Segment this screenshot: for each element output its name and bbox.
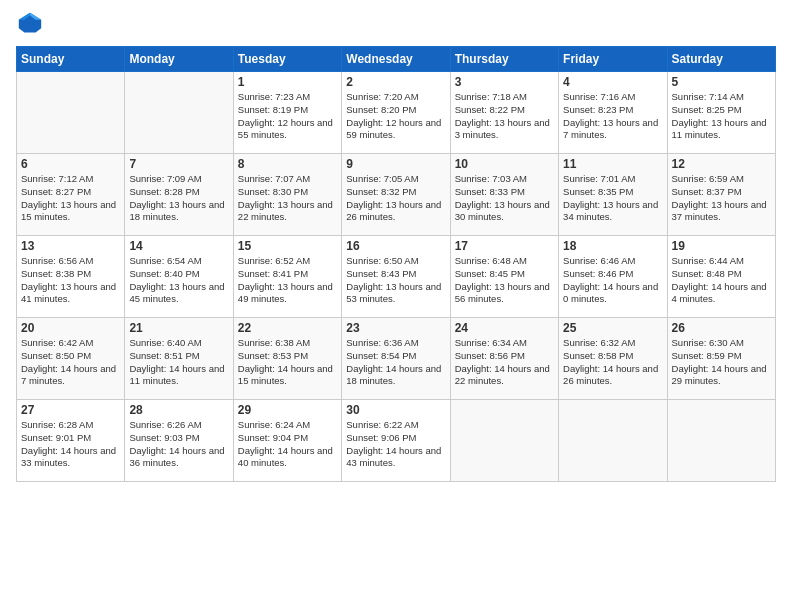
calendar-cell: 5Sunrise: 7:14 AMSunset: 8:25 PMDaylight… <box>667 72 775 154</box>
calendar-cell: 11Sunrise: 7:01 AMSunset: 8:35 PMDayligh… <box>559 154 667 236</box>
day-info: Sunrise: 7:16 AMSunset: 8:23 PMDaylight:… <box>563 91 662 142</box>
day-number: 15 <box>238 239 337 253</box>
day-number: 19 <box>672 239 771 253</box>
day-info: Sunrise: 6:52 AMSunset: 8:41 PMDaylight:… <box>238 255 337 306</box>
day-info: Sunrise: 6:34 AMSunset: 8:56 PMDaylight:… <box>455 337 554 388</box>
calendar-week-row: 20Sunrise: 6:42 AMSunset: 8:50 PMDayligh… <box>17 318 776 400</box>
day-number: 25 <box>563 321 662 335</box>
weekday-header-sunday: Sunday <box>17 47 125 72</box>
logo-icon <box>16 10 44 38</box>
day-number: 4 <box>563 75 662 89</box>
calendar-cell: 13Sunrise: 6:56 AMSunset: 8:38 PMDayligh… <box>17 236 125 318</box>
day-number: 11 <box>563 157 662 171</box>
day-info: Sunrise: 7:23 AMSunset: 8:19 PMDaylight:… <box>238 91 337 142</box>
day-info: Sunrise: 6:44 AMSunset: 8:48 PMDaylight:… <box>672 255 771 306</box>
calendar-cell: 17Sunrise: 6:48 AMSunset: 8:45 PMDayligh… <box>450 236 558 318</box>
calendar-week-row: 13Sunrise: 6:56 AMSunset: 8:38 PMDayligh… <box>17 236 776 318</box>
day-number: 6 <box>21 157 120 171</box>
weekday-header-friday: Friday <box>559 47 667 72</box>
day-number: 16 <box>346 239 445 253</box>
day-number: 21 <box>129 321 228 335</box>
day-info: Sunrise: 7:14 AMSunset: 8:25 PMDaylight:… <box>672 91 771 142</box>
calendar-cell: 6Sunrise: 7:12 AMSunset: 8:27 PMDaylight… <box>17 154 125 236</box>
day-info: Sunrise: 7:01 AMSunset: 8:35 PMDaylight:… <box>563 173 662 224</box>
day-number: 30 <box>346 403 445 417</box>
day-info: Sunrise: 6:38 AMSunset: 8:53 PMDaylight:… <box>238 337 337 388</box>
calendar-cell <box>450 400 558 482</box>
calendar-cell: 15Sunrise: 6:52 AMSunset: 8:41 PMDayligh… <box>233 236 341 318</box>
day-number: 1 <box>238 75 337 89</box>
day-info: Sunrise: 6:24 AMSunset: 9:04 PMDaylight:… <box>238 419 337 470</box>
day-info: Sunrise: 7:12 AMSunset: 8:27 PMDaylight:… <box>21 173 120 224</box>
calendar-cell: 10Sunrise: 7:03 AMSunset: 8:33 PMDayligh… <box>450 154 558 236</box>
day-number: 22 <box>238 321 337 335</box>
day-info: Sunrise: 6:48 AMSunset: 8:45 PMDaylight:… <box>455 255 554 306</box>
calendar-cell: 20Sunrise: 6:42 AMSunset: 8:50 PMDayligh… <box>17 318 125 400</box>
day-number: 8 <box>238 157 337 171</box>
svg-marker-0 <box>19 13 41 33</box>
day-info: Sunrise: 7:18 AMSunset: 8:22 PMDaylight:… <box>455 91 554 142</box>
day-info: Sunrise: 7:05 AMSunset: 8:32 PMDaylight:… <box>346 173 445 224</box>
calendar-cell: 26Sunrise: 6:30 AMSunset: 8:59 PMDayligh… <box>667 318 775 400</box>
calendar-cell: 3Sunrise: 7:18 AMSunset: 8:22 PMDaylight… <box>450 72 558 154</box>
day-number: 5 <box>672 75 771 89</box>
day-info: Sunrise: 7:20 AMSunset: 8:20 PMDaylight:… <box>346 91 445 142</box>
day-number: 7 <box>129 157 228 171</box>
calendar-cell: 25Sunrise: 6:32 AMSunset: 8:58 PMDayligh… <box>559 318 667 400</box>
day-number: 14 <box>129 239 228 253</box>
calendar-cell: 18Sunrise: 6:46 AMSunset: 8:46 PMDayligh… <box>559 236 667 318</box>
day-info: Sunrise: 6:42 AMSunset: 8:50 PMDaylight:… <box>21 337 120 388</box>
day-number: 24 <box>455 321 554 335</box>
weekday-header-tuesday: Tuesday <box>233 47 341 72</box>
calendar-cell: 4Sunrise: 7:16 AMSunset: 8:23 PMDaylight… <box>559 72 667 154</box>
day-number: 18 <box>563 239 662 253</box>
calendar-cell: 23Sunrise: 6:36 AMSunset: 8:54 PMDayligh… <box>342 318 450 400</box>
day-number: 26 <box>672 321 771 335</box>
day-number: 3 <box>455 75 554 89</box>
calendar-cell: 9Sunrise: 7:05 AMSunset: 8:32 PMDaylight… <box>342 154 450 236</box>
day-number: 28 <box>129 403 228 417</box>
calendar-cell: 1Sunrise: 7:23 AMSunset: 8:19 PMDaylight… <box>233 72 341 154</box>
day-info: Sunrise: 6:28 AMSunset: 9:01 PMDaylight:… <box>21 419 120 470</box>
calendar-cell: 22Sunrise: 6:38 AMSunset: 8:53 PMDayligh… <box>233 318 341 400</box>
page: SundayMondayTuesdayWednesdayThursdayFrid… <box>0 0 792 612</box>
day-info: Sunrise: 7:07 AMSunset: 8:30 PMDaylight:… <box>238 173 337 224</box>
day-info: Sunrise: 6:46 AMSunset: 8:46 PMDaylight:… <box>563 255 662 306</box>
calendar-cell: 14Sunrise: 6:54 AMSunset: 8:40 PMDayligh… <box>125 236 233 318</box>
day-info: Sunrise: 6:26 AMSunset: 9:03 PMDaylight:… <box>129 419 228 470</box>
calendar-table: SundayMondayTuesdayWednesdayThursdayFrid… <box>16 46 776 482</box>
day-number: 12 <box>672 157 771 171</box>
day-info: Sunrise: 6:59 AMSunset: 8:37 PMDaylight:… <box>672 173 771 224</box>
day-number: 17 <box>455 239 554 253</box>
day-number: 9 <box>346 157 445 171</box>
calendar-cell: 2Sunrise: 7:20 AMSunset: 8:20 PMDaylight… <box>342 72 450 154</box>
day-number: 2 <box>346 75 445 89</box>
day-info: Sunrise: 6:30 AMSunset: 8:59 PMDaylight:… <box>672 337 771 388</box>
calendar-cell <box>559 400 667 482</box>
calendar-cell: 21Sunrise: 6:40 AMSunset: 8:51 PMDayligh… <box>125 318 233 400</box>
day-number: 20 <box>21 321 120 335</box>
weekday-header-wednesday: Wednesday <box>342 47 450 72</box>
day-info: Sunrise: 7:03 AMSunset: 8:33 PMDaylight:… <box>455 173 554 224</box>
calendar-week-row: 27Sunrise: 6:28 AMSunset: 9:01 PMDayligh… <box>17 400 776 482</box>
calendar-cell: 7Sunrise: 7:09 AMSunset: 8:28 PMDaylight… <box>125 154 233 236</box>
day-info: Sunrise: 6:40 AMSunset: 8:51 PMDaylight:… <box>129 337 228 388</box>
calendar-week-row: 6Sunrise: 7:12 AMSunset: 8:27 PMDaylight… <box>17 154 776 236</box>
day-info: Sunrise: 6:54 AMSunset: 8:40 PMDaylight:… <box>129 255 228 306</box>
calendar-cell: 27Sunrise: 6:28 AMSunset: 9:01 PMDayligh… <box>17 400 125 482</box>
weekday-header-thursday: Thursday <box>450 47 558 72</box>
day-info: Sunrise: 6:32 AMSunset: 8:58 PMDaylight:… <box>563 337 662 388</box>
day-info: Sunrise: 7:09 AMSunset: 8:28 PMDaylight:… <box>129 173 228 224</box>
day-number: 23 <box>346 321 445 335</box>
day-info: Sunrise: 6:56 AMSunset: 8:38 PMDaylight:… <box>21 255 120 306</box>
calendar-cell: 12Sunrise: 6:59 AMSunset: 8:37 PMDayligh… <box>667 154 775 236</box>
day-number: 10 <box>455 157 554 171</box>
day-info: Sunrise: 6:36 AMSunset: 8:54 PMDaylight:… <box>346 337 445 388</box>
day-number: 13 <box>21 239 120 253</box>
calendar-cell: 24Sunrise: 6:34 AMSunset: 8:56 PMDayligh… <box>450 318 558 400</box>
calendar-cell: 16Sunrise: 6:50 AMSunset: 8:43 PMDayligh… <box>342 236 450 318</box>
calendar-cell: 28Sunrise: 6:26 AMSunset: 9:03 PMDayligh… <box>125 400 233 482</box>
calendar-cell: 30Sunrise: 6:22 AMSunset: 9:06 PMDayligh… <box>342 400 450 482</box>
header <box>16 10 776 38</box>
weekday-header-saturday: Saturday <box>667 47 775 72</box>
